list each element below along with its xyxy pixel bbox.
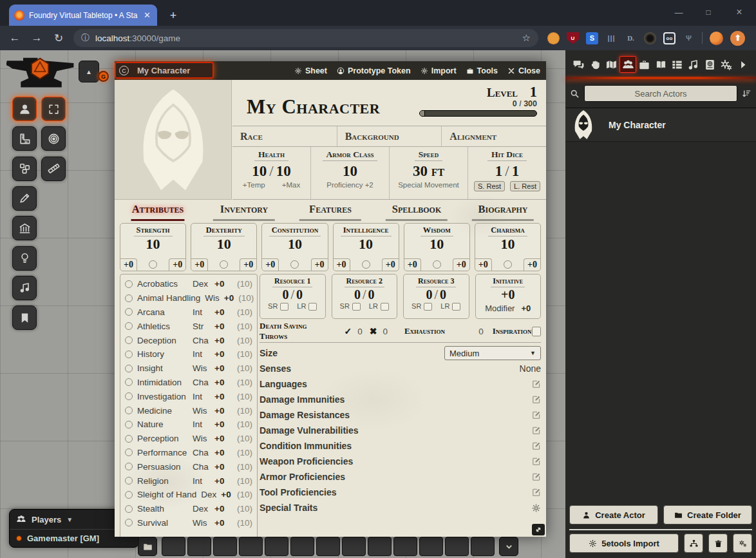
- ublock-shield-icon[interactable]: U: [567, 32, 579, 44]
- sidebar-tab-suitcase[interactable]: [636, 56, 652, 73]
- sidebar-tab-atlas[interactable]: [702, 56, 718, 73]
- tools-button[interactable]: Tools: [466, 66, 498, 75]
- skill-row[interactable]: Medicine Wis +0 (10): [125, 403, 252, 418]
- skill-proficiency-radio[interactable]: [125, 519, 133, 526]
- ability-modifier[interactable]: +0: [404, 258, 421, 271]
- browser-tab[interactable]: Foundry Virtual Tabletop • A Stan ✕: [9, 5, 157, 26]
- death-success-count[interactable]: 0: [357, 327, 363, 336]
- control-bank[interactable]: [12, 216, 37, 240]
- sort-icon[interactable]: [742, 89, 751, 99]
- tool-expand[interactable]: [41, 97, 66, 121]
- gear-icon[interactable]: [531, 503, 541, 513]
- death-fail-count[interactable]: 0: [383, 327, 388, 336]
- macro-slot[interactable]: [290, 537, 314, 556]
- edit-icon[interactable]: [532, 457, 541, 466]
- health-subs[interactable]: +Temp+Max: [243, 181, 300, 189]
- skill-proficiency-radio[interactable]: [125, 463, 133, 470]
- macro-slot[interactable]: [419, 537, 443, 556]
- skill-row[interactable]: Investigation Int +0 (10): [125, 389, 252, 403]
- site-info-icon[interactable]: ⓘ: [81, 32, 90, 44]
- edit-icon[interactable]: [532, 410, 541, 419]
- grip-bars-icon[interactable]: |||: [605, 32, 618, 44]
- tab-inventory[interactable]: Inventory: [201, 203, 287, 221]
- lr-checkbox[interactable]: [308, 303, 317, 311]
- resource-3[interactable]: Resource 3 0/0 SR LR: [403, 274, 469, 319]
- skill-row[interactable]: History Int +0 (10): [125, 347, 252, 361]
- sr-checkbox[interactable]: [424, 303, 432, 311]
- edit-icon[interactable]: [532, 488, 541, 497]
- create-actor-button[interactable]: Create Actor: [569, 505, 658, 524]
- skill-proficiency-radio[interactable]: [125, 491, 133, 499]
- resource-value[interactable]: 0/0: [404, 287, 469, 302]
- sidebar-tab-th-list[interactable]: [669, 56, 685, 73]
- tab-close-icon[interactable]: ✕: [142, 10, 152, 20]
- resource-value[interactable]: 0/0: [260, 287, 325, 302]
- address-bar[interactable]: ⓘ localhost:30000/game ☆: [73, 29, 538, 47]
- sitemap-button[interactable]: [684, 534, 703, 553]
- tool-target[interactable]: [41, 126, 66, 151]
- edit-icon[interactable]: [532, 395, 541, 404]
- skill-row[interactable]: Sleight of Hand Dex +0 (10): [125, 488, 252, 502]
- macro-slot[interactable]: [265, 537, 288, 556]
- search-actors-input[interactable]: [584, 85, 737, 102]
- skill-row[interactable]: Stealth Dex +0 (10): [125, 502, 252, 516]
- ability-modifier[interactable]: +0: [120, 258, 137, 271]
- forward-button[interactable]: →: [26, 32, 48, 44]
- scene-nav-toggle[interactable]: ▲: [79, 61, 99, 82]
- skill-proficiency-radio[interactable]: [125, 322, 133, 330]
- ability-proficiency-radio[interactable]: [220, 260, 228, 269]
- macro-slot[interactable]: [162, 537, 185, 556]
- tab-biography[interactable]: Biography: [460, 203, 546, 221]
- ability-proficiency-radio[interactable]: [290, 260, 299, 269]
- control-pencil[interactable]: [12, 186, 37, 211]
- sr-checkbox[interactable]: [352, 303, 361, 311]
- resource-2[interactable]: Resource 2 0/0 SR LR: [332, 274, 398, 319]
- macro-slot[interactable]: [393, 537, 417, 556]
- create-folder-button[interactable]: Create Folder: [663, 505, 752, 524]
- edit-icon[interactable]: [532, 380, 541, 389]
- ability-wisdom[interactable]: Wisdom 10 +0 +0: [404, 223, 470, 271]
- d-letter-icon[interactable]: D.: [625, 32, 637, 44]
- special-movement-label[interactable]: Special Movement: [398, 181, 459, 189]
- short-rest-button[interactable]: S. Rest: [474, 181, 505, 191]
- sidebar-tab-cogs[interactable]: [718, 56, 734, 73]
- control-user[interactable]: [12, 97, 37, 121]
- edit-icon[interactable]: [532, 441, 541, 450]
- reload-button[interactable]: ↻: [48, 32, 70, 45]
- back-button[interactable]: ←: [4, 32, 26, 44]
- settings-gears-button[interactable]: [733, 534, 752, 553]
- ability-score[interactable]: 10: [120, 236, 185, 252]
- initiative-box[interactable]: Initiative +0 Modifier+0: [475, 274, 542, 319]
- control-music[interactable]: [12, 276, 37, 300]
- tab-attributes[interactable]: Attributes: [115, 203, 201, 221]
- ability-modifier[interactable]: +0: [475, 258, 492, 271]
- macro-slot[interactable]: [342, 537, 366, 556]
- ability-save[interactable]: +0: [311, 258, 328, 271]
- macro-slot[interactable]: [471, 537, 495, 556]
- control-lightbulb[interactable]: [12, 246, 37, 271]
- inspiration-checkbox[interactable]: [532, 327, 541, 336]
- background-field[interactable]: Background: [337, 126, 442, 146]
- ability-score[interactable]: 10: [404, 236, 469, 252]
- ability-modifier[interactable]: +0: [262, 258, 279, 271]
- sidebar-tab-comments[interactable]: [571, 56, 587, 73]
- skill-proficiency-radio[interactable]: [125, 505, 133, 513]
- sidebar-tab-book[interactable]: [652, 56, 668, 73]
- ability-save[interactable]: +0: [240, 258, 256, 271]
- sidebar-tab-caret-right[interactable]: [735, 56, 751, 73]
- skill-proficiency-radio[interactable]: [125, 336, 133, 344]
- prototype-token-button[interactable]: Prototype Token: [337, 66, 411, 75]
- skill-row[interactable]: Deception Cha +0 (10): [125, 333, 252, 347]
- initiative-modifier[interactable]: Modifier+0: [476, 303, 541, 313]
- macro-slot[interactable]: [316, 537, 340, 556]
- ability-proficiency-radio[interactable]: [362, 260, 370, 269]
- control-bookmark[interactable]: [12, 305, 37, 330]
- skill-proficiency-radio[interactable]: [125, 378, 133, 386]
- macro-page-down-button[interactable]: [499, 537, 518, 556]
- exhaustion-count[interactable]: 0: [478, 327, 484, 336]
- skill-proficiency-radio[interactable]: [125, 308, 133, 316]
- close-button[interactable]: Close: [507, 66, 540, 75]
- new-tab-button[interactable]: +: [165, 7, 182, 24]
- skill-proficiency-radio[interactable]: [125, 435, 133, 443]
- level-value[interactable]: 1: [530, 84, 538, 100]
